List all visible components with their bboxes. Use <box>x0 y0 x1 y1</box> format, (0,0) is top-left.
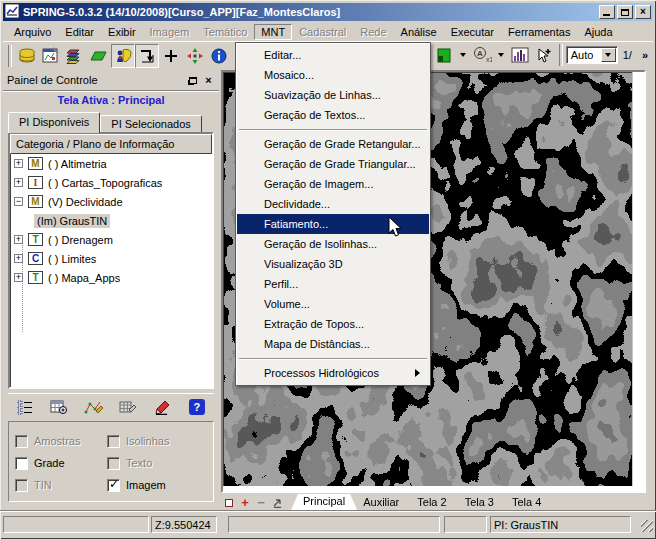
expand-icon[interactable]: + <box>14 178 23 187</box>
vector-edit-icon[interactable] <box>81 395 107 419</box>
amostras-checkbox <box>15 435 28 448</box>
maximize-button[interactable] <box>617 5 633 19</box>
menu-item-perfil[interactable]: Perfil... <box>237 274 429 294</box>
svg-text:x1: x1 <box>486 56 492 63</box>
menu-item-mapa-de-distancias[interactable]: Mapa de Distâncias... <box>237 334 429 354</box>
menu-item-suavizacao-de-linhas[interactable]: Suavização de Linhas... <box>237 85 429 105</box>
toolbar-overflow-chevron[interactable]: » <box>642 49 648 61</box>
menu-item-volume[interactable]: Volume... <box>237 294 429 314</box>
menu-item-extracao-de-topos[interactable]: Extração de Topos... <box>237 314 429 334</box>
expand-icon[interactable]: + <box>14 273 23 282</box>
dropdown-icon[interactable] <box>498 53 504 57</box>
expand-icon[interactable]: + <box>14 235 23 244</box>
screen-frame-icon[interactable] <box>222 496 236 509</box>
close-panel-button[interactable]: × <box>202 74 215 86</box>
help-icon[interactable]: ? <box>184 395 210 419</box>
table-zoom-icon[interactable] <box>46 395 72 419</box>
tab-auxiliar[interactable]: Auxiliar <box>351 495 411 510</box>
maximize-icon <box>621 9 629 16</box>
resize-grip[interactable] <box>641 520 653 532</box>
tab-principal[interactable]: Principal <box>291 494 357 510</box>
restore-screen-icon[interactable] <box>270 496 284 509</box>
menu-ferramentas[interactable]: Ferramentas <box>501 24 577 40</box>
titlebar[interactable]: SPRING-5.0.3.2 (14/10/2008)[Curso_APP][F… <box>3 3 653 21</box>
checkbox-tin: TIN <box>15 479 105 492</box>
control-panel-header[interactable]: Painel de Controle × <box>3 70 219 91</box>
menu-item-geracao-de-grade-retangular[interactable]: Geração de Grade Retangular... <box>237 134 429 154</box>
menu-item-geracao-de-isolinhas[interactable]: Geração de Isolinhas... <box>237 234 429 254</box>
tree-item-graustin[interactable]: (Im) GrausTIN <box>10 211 212 230</box>
float-panel-button[interactable] <box>186 74 199 86</box>
tab-pi-disponiveis[interactable]: PI Disponíveis <box>8 112 100 133</box>
table-edit-icon[interactable] <box>115 395 141 419</box>
menu-item-geracao-de-imagem[interactable]: Geração de Imagem... <box>237 174 429 194</box>
menu-item-geracao-de-grade-triangular[interactable]: Geração de Grade Triangular... <box>237 154 429 174</box>
image-register-icon[interactable] <box>39 44 63 68</box>
tree-item-limites[interactable]: + C ( ) Limites <box>10 249 212 268</box>
menu-editar[interactable]: Editar <box>58 24 101 40</box>
tree-item-altimetria[interactable]: + M ( ) Altimetria <box>10 154 212 173</box>
grade-checkbox[interactable] <box>15 457 28 470</box>
tab-tela3[interactable]: Tela 3 <box>453 495 506 510</box>
layers-icon[interactable] <box>63 44 87 68</box>
zoom-select-button[interactable] <box>601 48 616 62</box>
status-field-empty-2 <box>228 516 440 533</box>
cursor-area-icon[interactable] <box>135 44 159 68</box>
tree-item-declividade[interactable]: − M (V) Declividade <box>10 192 212 211</box>
menu-arquivo[interactable]: Arquivo <box>7 24 58 40</box>
pan-arrows-icon[interactable] <box>183 44 207 68</box>
toolbar-handle[interactable] <box>8 45 12 67</box>
expand-icon[interactable]: + <box>14 159 23 168</box>
checkbox-imagem[interactable]: ✓ Imagem <box>107 479 197 492</box>
menu-analise[interactable]: Análise <box>394 24 444 40</box>
imagem-checkbox[interactable]: ✓ <box>107 479 120 492</box>
menu-item-editar[interactable]: Editar... <box>237 45 429 65</box>
histogram-icon[interactable] <box>508 43 532 67</box>
minimize-button[interactable] <box>599 5 615 19</box>
tree-header[interactable]: Categoria / Plano de Informação <box>10 134 212 154</box>
submenu-arrow-icon <box>415 369 420 377</box>
list-contents-icon[interactable] <box>12 395 38 419</box>
horizontal-scrollbar[interactable] <box>223 486 644 491</box>
zoom-plus-icon[interactable] <box>159 44 183 68</box>
tab-pi-selecionados[interactable]: PI Selecionados <box>100 115 202 133</box>
remove-screen-icon[interactable]: − <box>254 496 268 509</box>
screen-tabbar: + − Principal Auxiliar Tela 2 Tela 3 Tel… <box>221 494 653 510</box>
menu-item-fatiamento[interactable]: Fatiamento... <box>237 214 429 234</box>
menu-item-geracao-de-textos[interactable]: Geração de Textos... <box>237 105 429 125</box>
tree-item-drenagem[interactable]: + T ( ) Drenagem <box>10 230 212 249</box>
menu-exibir[interactable]: Exibir <box>101 24 143 40</box>
menu-mnt[interactable]: MNT <box>254 24 292 40</box>
menu-executar[interactable]: Executar <box>444 24 501 40</box>
erase-icon[interactable] <box>149 395 175 419</box>
tab-tela4[interactable]: Tela 4 <box>500 495 553 510</box>
control-panel-icon[interactable] <box>111 44 135 68</box>
window-title: SPRING-5.0.3.2 (14/10/2008)[Curso_APP][F… <box>23 6 597 18</box>
dropdown-icon[interactable] <box>460 53 466 57</box>
category-i-icon: I <box>28 176 43 189</box>
menu-item-mosaico[interactable]: Mosaico... <box>237 65 429 85</box>
collapse-icon[interactable]: − <box>14 197 23 206</box>
expand-icon[interactable]: + <box>14 254 23 263</box>
float-icon <box>189 77 197 84</box>
menu-item-declividade[interactable]: Declividade... <box>237 194 429 214</box>
tab-tela2[interactable]: Tela 2 <box>405 495 458 510</box>
vertical-scrollbar[interactable] <box>632 72 644 491</box>
menu-item-visualizacao-3d[interactable]: Visualização 3D <box>237 254 429 274</box>
tree-item-cartas-topograficas[interactable]: + I ( ) Cartas_Topograficas <box>10 173 212 192</box>
acquire-cursor-icon[interactable] <box>532 43 556 67</box>
info-icon[interactable] <box>207 44 231 68</box>
menu-ajuda[interactable]: Ajuda <box>577 24 619 40</box>
raster-class-icon[interactable] <box>432 43 456 67</box>
menu-cadastral: Cadastral <box>292 24 353 40</box>
close-button[interactable]: × <box>635 5 651 19</box>
menu-item-processos-hidrologicos[interactable]: Processos Hidrológicos <box>237 363 429 383</box>
add-screen-icon[interactable]: + <box>238 496 252 509</box>
zoom-select[interactable]: Auto <box>566 46 618 64</box>
tree-item-mapa-apps[interactable]: + T ( ) Mapa_Apps <box>10 268 212 287</box>
category-t-icon: T <box>28 271 43 284</box>
database-icon[interactable] <box>15 44 39 68</box>
checkbox-grade[interactable]: Grade <box>15 457 105 470</box>
polygon-icon[interactable] <box>87 44 111 68</box>
text-scale-icon[interactable]: Ax1 <box>470 43 494 67</box>
